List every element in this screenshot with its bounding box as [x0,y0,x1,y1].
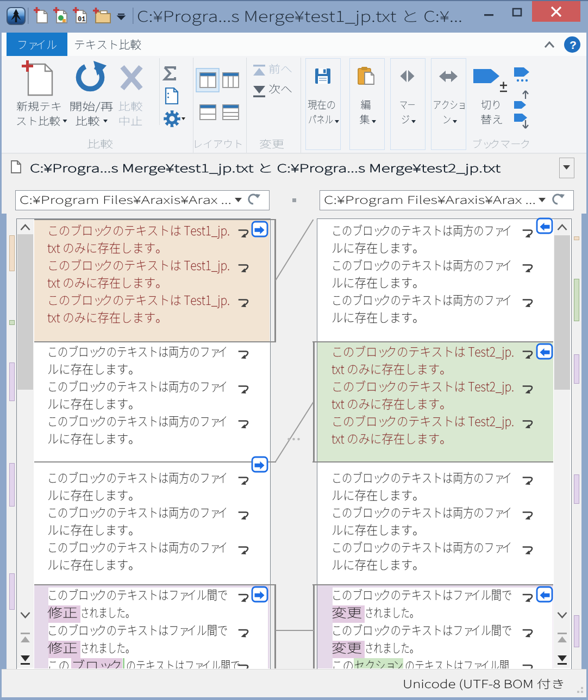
svg-text:?: ? [570,39,577,51]
svg-text:01: 01 [78,16,85,23]
